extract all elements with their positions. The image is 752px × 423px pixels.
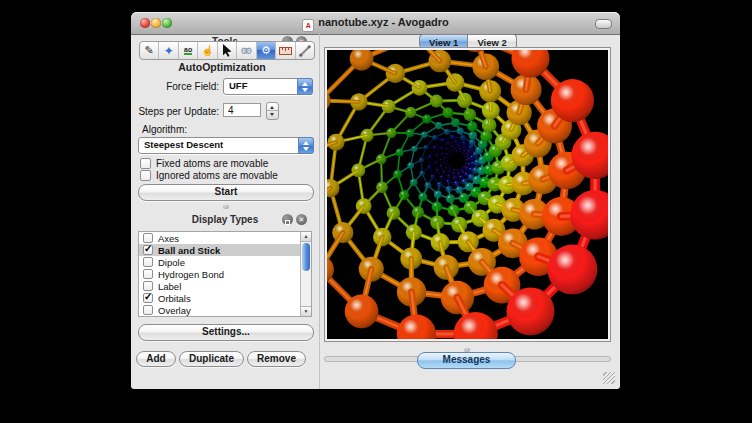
algorithm-select[interactable]: Steepest Descent bbox=[138, 137, 314, 154]
title-bar[interactable]: Ananotube.xyz - Avogadro bbox=[131, 12, 620, 35]
force-field-label: Force Field: bbox=[131, 81, 219, 92]
hand-icon: ☝ bbox=[201, 45, 213, 56]
steps-input[interactable]: 4 bbox=[223, 103, 261, 117]
left-dock: Tools ✕ ✎✦ao☝⚙⚙⚙ AutoOptimization Force … bbox=[131, 34, 320, 389]
gears-icon: ⚙⚙ bbox=[240, 46, 248, 56]
display-type-checkbox[interactable] bbox=[143, 281, 153, 291]
scroll-up-icon[interactable]: ▲ bbox=[301, 232, 311, 242]
ignored-atoms-checkbox[interactable] bbox=[140, 170, 151, 181]
display-type-label: Overlay bbox=[158, 305, 191, 316]
display-type-label: Ball and Stick bbox=[158, 245, 220, 256]
messages-button[interactable]: Messages bbox=[417, 352, 516, 369]
display-type-checkbox[interactable] bbox=[143, 305, 153, 315]
start-button[interactable]: Start bbox=[138, 184, 314, 201]
measure-tool-button[interactable] bbox=[276, 42, 295, 59]
display-type-label: Hydrogen Bond bbox=[158, 269, 224, 280]
document-icon: A bbox=[302, 19, 314, 32]
display-type-checkbox[interactable] bbox=[143, 233, 153, 243]
steps-label: Steps per Update: bbox=[131, 106, 219, 117]
resize-grip[interactable] bbox=[603, 372, 615, 384]
bond-centric-tool-button[interactable]: ao bbox=[179, 42, 198, 59]
navigate-tool-button[interactable]: ✦ bbox=[159, 42, 178, 59]
display-type-row[interactable]: Axes bbox=[139, 232, 311, 244]
align-tool-button[interactable] bbox=[296, 42, 314, 59]
duplicate-button[interactable]: Duplicate bbox=[179, 351, 244, 367]
add-button[interactable]: Add bbox=[136, 351, 176, 367]
popup-arrows-icon bbox=[298, 137, 314, 154]
display-types-close-button[interactable]: ✕ bbox=[296, 214, 307, 225]
display-types-float-button[interactable] bbox=[282, 214, 293, 225]
settings-button[interactable]: Settings... bbox=[138, 324, 314, 341]
align-stick-icon bbox=[299, 45, 311, 57]
window-title: Ananotube.xyz - Avogadro bbox=[131, 16, 620, 32]
cursor-arrow-icon bbox=[222, 44, 232, 57]
manipulate-tool-button[interactable]: ☝ bbox=[198, 42, 217, 59]
display-type-label: Axes bbox=[158, 233, 179, 244]
popup-arrows-icon bbox=[297, 78, 313, 95]
gear-icon: ⚙ bbox=[261, 44, 271, 57]
display-type-row[interactable]: Orbitals bbox=[139, 292, 311, 304]
display-type-label: Label bbox=[158, 281, 181, 292]
display-type-row[interactable]: Label bbox=[139, 280, 311, 292]
toolbar-toggle-button[interactable] bbox=[595, 19, 612, 29]
pencil-icon: ✎ bbox=[145, 44, 154, 57]
dock-splitter-handle[interactable] bbox=[223, 205, 229, 209]
scroll-down-icon[interactable]: ▼ bbox=[301, 306, 311, 316]
fixed-atoms-option[interactable]: Fixed atoms are movable bbox=[140, 158, 268, 169]
main-area: View 1 View 2 bbox=[320, 34, 620, 389]
gl-viewport[interactable] bbox=[327, 50, 608, 339]
bond-centric-icon: ao bbox=[184, 46, 192, 55]
tool-heading: AutoOptimization bbox=[131, 61, 313, 73]
algorithm-label: Algorithm: bbox=[142, 124, 187, 135]
avogadro-window: Ananotube.xyz - Avogadro Tools ✕ ✎✦ao☝⚙⚙… bbox=[131, 12, 620, 389]
ignored-atoms-option[interactable]: Ignored atoms are movable bbox=[140, 170, 278, 181]
display-types-list: AxesBall and StickDipoleHydrogen BondLab… bbox=[138, 231, 312, 317]
display-type-checkbox[interactable] bbox=[143, 293, 153, 303]
ruler-icon bbox=[279, 47, 292, 55]
draw-tool-button[interactable]: ✎ bbox=[140, 42, 159, 59]
auto-rotate-tool-button[interactable]: ⚙⚙ bbox=[237, 42, 256, 59]
scrollbar-thumb[interactable] bbox=[302, 243, 310, 271]
selection-tool-button[interactable] bbox=[218, 42, 237, 59]
display-type-label: Orbitals bbox=[158, 293, 191, 304]
remove-button[interactable]: Remove bbox=[247, 351, 306, 367]
display-type-row[interactable]: Dipole bbox=[139, 256, 311, 268]
fixed-atoms-checkbox[interactable] bbox=[140, 158, 151, 169]
display-type-row[interactable]: Overlay bbox=[139, 304, 311, 316]
display-type-checkbox[interactable] bbox=[143, 269, 153, 279]
desktop: Ananotube.xyz - Avogadro Tools ✕ ✎✦ao☝⚙⚙… bbox=[0, 0, 752, 423]
display-type-checkbox[interactable] bbox=[143, 245, 153, 255]
tool-selector: ✎✦ao☝⚙⚙⚙ bbox=[139, 41, 315, 60]
display-type-checkbox[interactable] bbox=[143, 257, 153, 267]
force-field-select[interactable]: UFF bbox=[223, 78, 313, 95]
display-type-label: Dipole bbox=[158, 257, 185, 268]
display-type-row[interactable]: Hydrogen Bond bbox=[139, 268, 311, 280]
display-types-scrollbar[interactable]: ▲ ▼ bbox=[300, 232, 311, 316]
gl-viewport-frame bbox=[324, 47, 611, 342]
navigate-star-icon: ✦ bbox=[164, 44, 174, 58]
steps-stepper[interactable] bbox=[266, 102, 279, 120]
display-type-row[interactable]: Ball and Stick bbox=[139, 244, 311, 256]
auto-optimize-tool-button[interactable]: ⚙ bbox=[257, 42, 276, 59]
nanotube-render bbox=[327, 50, 608, 339]
